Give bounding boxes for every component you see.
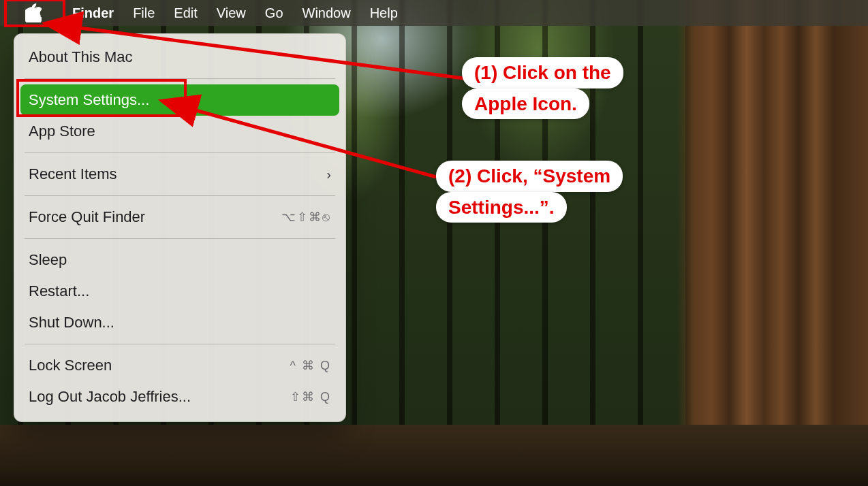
menu-item-label: Force Quit Finder: [29, 208, 145, 226]
menubar-app-name[interactable]: Finder: [63, 0, 123, 26]
menu-item-app-store[interactable]: App Store: [14, 116, 346, 147]
menu-separator: [25, 344, 335, 344]
menu-item-log-out[interactable]: Log Out Jacob Jeffries... ⇧⌘ Q: [14, 381, 346, 412]
menu-item-system-settings[interactable]: System Settings...: [20, 84, 339, 116]
menubar-item-file[interactable]: File: [123, 0, 164, 26]
menu-item-sleep[interactable]: Sleep: [14, 244, 346, 276]
menubar: Finder File Edit View Go Window Help: [0, 0, 868, 26]
menu-separator: [25, 152, 335, 153]
menu-item-recent-items[interactable]: Recent Items ›: [14, 159, 346, 190]
menubar-item-go[interactable]: Go: [255, 0, 293, 26]
annotation-callout-1: (1) Click on the Apple Icon.: [462, 57, 623, 119]
menu-item-about-this-mac[interactable]: About This Mac: [14, 42, 346, 73]
menubar-item-view[interactable]: View: [207, 0, 255, 26]
menu-item-restart[interactable]: Restart...: [14, 276, 346, 307]
annotation-text: (2) Click, “System: [436, 161, 623, 192]
annotation-text: (1) Click on the: [462, 57, 623, 88]
menu-item-label: Recent Items: [29, 165, 117, 183]
chevron-right-icon: ›: [326, 167, 331, 182]
menubar-item-help[interactable]: Help: [360, 0, 407, 26]
menu-separator: [25, 195, 335, 196]
menu-item-label: Sleep: [29, 251, 67, 269]
menu-item-shortcut: ^ ⌘ Q: [290, 358, 331, 373]
annotation-text: Apple Icon.: [462, 88, 589, 120]
apple-icon: [25, 3, 42, 22]
menu-item-shortcut: ⌥⇧⌘⎋: [281, 210, 331, 225]
menu-item-force-quit[interactable]: Force Quit Finder ⌥⇧⌘⎋: [14, 201, 346, 233]
apple-menu-button[interactable]: [4, 0, 63, 26]
menu-separator: [25, 78, 335, 79]
menu-item-label: Log Out Jacob Jeffries...: [29, 388, 191, 406]
menu-separator: [25, 238, 335, 239]
menubar-item-window[interactable]: Window: [293, 0, 360, 26]
menu-item-lock-screen[interactable]: Lock Screen ^ ⌘ Q: [14, 350, 346, 381]
menu-item-shortcut: ⇧⌘ Q: [290, 389, 331, 404]
menubar-item-edit[interactable]: Edit: [164, 0, 206, 26]
menu-item-label: System Settings...: [29, 91, 149, 109]
menu-item-label: About This Mac: [29, 48, 132, 66]
menu-item-label: Shut Down...: [29, 314, 114, 331]
annotation-text: Settings...”.: [436, 192, 567, 223]
apple-menu: About This Mac System Settings... App St…: [14, 33, 346, 422]
menu-item-shut-down[interactable]: Shut Down...: [14, 307, 346, 338]
desktop-wallpaper-floor: [0, 425, 868, 486]
menu-item-label: App Store: [29, 123, 95, 140]
menu-item-label: Lock Screen: [29, 357, 112, 374]
annotation-callout-2: (2) Click, “System Settings...”.: [436, 161, 623, 223]
menu-item-label: Restart...: [29, 282, 89, 300]
